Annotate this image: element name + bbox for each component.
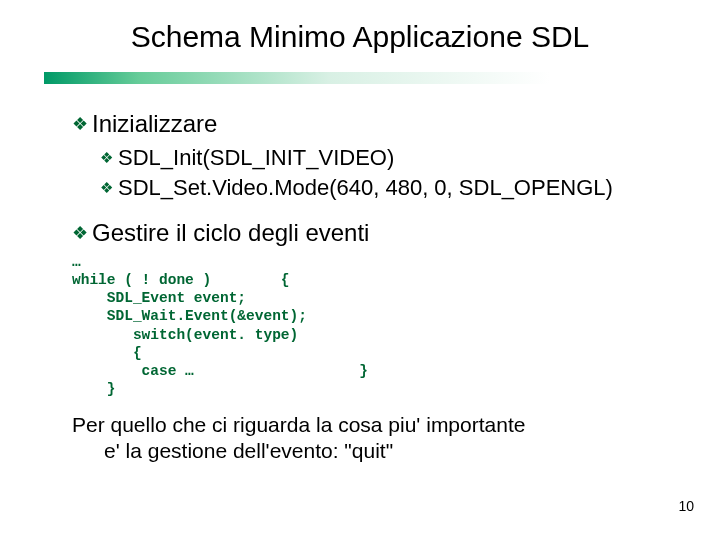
diamond-bullet-icon: ❖ — [100, 149, 118, 168]
closing-paragraph: Per quello che ci riguarda la cosa piu' … — [72, 412, 672, 465]
title-underline — [44, 72, 676, 84]
closing-line1: Per quello che ci riguarda la cosa piu' … — [72, 413, 525, 436]
section-heading-init: ❖Inizializzare — [72, 110, 672, 138]
list-item: ❖SDL_Init(SDL_INIT_VIDEO) — [100, 144, 672, 172]
code-block: … while ( ! done ) { SDL_Event event; SD… — [72, 253, 672, 398]
slide-title: Schema Minimo Applicazione SDL — [0, 20, 720, 54]
slide: Schema Minimo Applicazione SDL ❖Iniziali… — [0, 0, 720, 540]
slide-body: ❖Inizializzare ❖SDL_Init(SDL_INIT_VIDEO)… — [72, 100, 672, 465]
heading-text: Inizializzare — [92, 110, 217, 137]
item-text: SDL_Init(SDL_INIT_VIDEO) — [118, 145, 394, 170]
item-text: SDL_Set.Video.Mode(640, 480, 0, SDL_OPEN… — [118, 175, 613, 200]
closing-line2: e' la gestione dell'evento: "quit" — [72, 438, 672, 464]
list-item: ❖SDL_Set.Video.Mode(640, 480, 0, SDL_OPE… — [100, 174, 672, 202]
heading-text: Gestire il ciclo degli eventi — [92, 219, 369, 246]
diamond-bullet-icon: ❖ — [72, 113, 92, 135]
diamond-bullet-icon: ❖ — [100, 179, 118, 198]
section-heading-events: ❖Gestire il ciclo degli eventi — [72, 219, 672, 247]
diamond-bullet-icon: ❖ — [72, 222, 92, 244]
page-number: 10 — [678, 498, 694, 514]
